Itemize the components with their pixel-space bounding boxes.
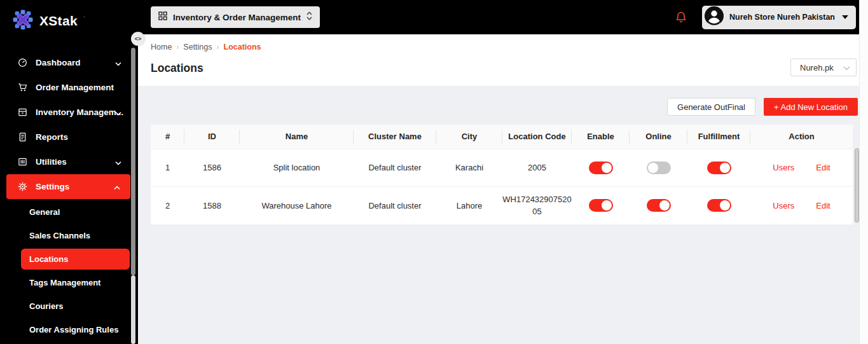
sidebar-item-dashboard[interactable]: Dashboard [0, 50, 138, 75]
sidebar-item-label: Inventory Managem... [36, 107, 123, 117]
gear-icon [17, 182, 27, 191]
edit-link[interactable]: Edit [816, 201, 830, 210]
submenu-item-couriers[interactable]: Couriers [0, 294, 138, 318]
page-scrollbar[interactable] [859, 0, 868, 344]
submenu-item-label: Order Assigning Rules [29, 325, 118, 334]
table-row: 2 1588 Warehouse Lahore Default cluster … [151, 186, 853, 224]
app-switcher-label: Inventory & Order Management [173, 13, 301, 22]
report-icon [17, 132, 27, 142]
app-switcher-button[interactable]: Inventory & Order Management [151, 6, 320, 28]
utilities-icon [17, 157, 27, 167]
enable-toggle[interactable] [589, 162, 613, 174]
table-row: 1 1586 Split location Default cluster Ka… [151, 149, 853, 186]
user-name: Nureh Store Nureh Pakistan [729, 13, 835, 22]
sidebar-item-inventory-management[interactable]: Inventory Managem... [0, 100, 138, 125]
generate-outfinal-button[interactable]: Generate OutFinal [667, 98, 755, 116]
breadcrumb-separator: › [217, 43, 219, 52]
online-toggle[interactable] [647, 199, 671, 212]
avatar [705, 6, 724, 28]
col-header-fulfillment: Fulfillment [687, 125, 750, 149]
cell-fulfillment [687, 149, 750, 186]
topbar: Inventory & Order Management Nureh Store… [138, 0, 859, 34]
toggle-knob [659, 200, 670, 210]
cell-location-code: 2005 [502, 149, 572, 186]
toggle-knob [602, 200, 612, 210]
toggle-knob [720, 163, 730, 173]
submenu-item-general[interactable]: General [0, 200, 138, 224]
sidebar-item-label: Reports [36, 132, 68, 142]
submenu-item-label: Locations [29, 254, 68, 264]
location-code-text: 2005 [528, 162, 546, 174]
col-header-online: Online [630, 125, 687, 149]
chevron-down-icon [115, 157, 121, 167]
sidebar-scrollbar-thumb[interactable] [131, 48, 135, 275]
logo-trademark: · [83, 13, 85, 20]
sidebar-nav: Dashboard Order Management Inventory Man… [0, 50, 138, 199]
submenu-item-sales-channels[interactable]: Sales Channels [0, 224, 138, 247]
cell-num: 2 [151, 186, 184, 224]
cell-action: UsersEdit [750, 186, 853, 224]
breadcrumb-locations: Locations [224, 43, 261, 52]
sidebar-item-label: Settings [36, 182, 69, 191]
cell-enable [572, 149, 630, 186]
fulfillment-toggle[interactable] [707, 162, 731, 174]
speedometer-icon [17, 58, 27, 67]
online-toggle[interactable] [647, 162, 671, 174]
sidebar-item-reports[interactable]: Reports [0, 125, 138, 149]
user-menu-button[interactable]: Nureh Store Nureh Pakistan [702, 6, 856, 29]
cell-name: Split location [240, 149, 354, 186]
cell-enable [572, 186, 630, 224]
store-select-value: Nureh.pk [800, 63, 834, 72]
sidebar-scrollbar-track[interactable] [131, 275, 135, 344]
cell-online [630, 186, 687, 224]
users-link[interactable]: Users [773, 201, 794, 210]
sidebar-item-order-management[interactable]: Order Management [0, 75, 138, 100]
toggle-knob [720, 200, 730, 210]
chevron-up-icon [114, 182, 120, 191]
toggle-knob [648, 163, 658, 173]
sidebar-item-settings[interactable]: Settings [6, 174, 130, 199]
sidebar-collapse-button[interactable]: <> [131, 32, 145, 46]
table-scrollbar-thumb[interactable] [855, 148, 859, 223]
cell-action: UsersEdit [750, 149, 853, 186]
cell-location-code: WH17243290752005 [502, 186, 572, 224]
col-header-num: # [151, 125, 184, 149]
cell-id: 1588 [184, 186, 240, 224]
chevron-down-icon [115, 107, 121, 117]
locations-table-container: # ID Name Cluster Name City Location Cod… [151, 125, 853, 225]
page-header: Home › Settings › Locations Locations Nu… [138, 34, 859, 86]
breadcrumb: Home › Settings › Locations [151, 43, 261, 52]
edit-link[interactable]: Edit [816, 163, 830, 172]
store-select[interactable]: Nureh.pk [790, 58, 857, 76]
submenu-item-order-assigning-rules[interactable]: Order Assigning Rules [0, 318, 138, 341]
page-title: Locations [151, 62, 203, 75]
fulfillment-toggle[interactable] [707, 199, 731, 212]
notification-bell-icon[interactable] [675, 11, 687, 24]
users-link[interactable]: Users [773, 163, 794, 172]
add-new-location-button[interactable]: + Add New Location [764, 98, 858, 116]
unfold-arrows-icon [307, 11, 312, 23]
sidebar-item-label: Utilities [36, 157, 67, 167]
sidebar-item-label: Dashboard [36, 58, 81, 67]
sidebar: XStak · Dashboard Order Management [0, 0, 138, 344]
submenu-item-label: Couriers [29, 301, 63, 311]
toggle-knob [602, 163, 612, 173]
logo: XStak · [0, 0, 138, 34]
table-actions-row: Generate OutFinal + Add New Location [138, 98, 858, 116]
cell-name: Warehouse Lahore [240, 186, 354, 224]
submenu-item-label: Tags Management [29, 278, 100, 287]
enable-toggle[interactable] [589, 199, 613, 212]
col-header-cluster: Cluster Name [354, 125, 436, 149]
submenu-item-locations[interactable]: Locations [21, 249, 130, 270]
sidebar-item-utilities[interactable]: Utilities [0, 149, 138, 174]
cell-fulfillment [687, 186, 750, 224]
submenu-item-tags-management[interactable]: Tags Management [0, 271, 138, 294]
cell-city: Karachi [436, 149, 502, 186]
cell-num: 1 [151, 149, 184, 186]
col-header-city: City [436, 125, 502, 149]
app-grid-icon [158, 11, 167, 23]
breadcrumb-settings[interactable]: Settings [183, 43, 212, 52]
breadcrumb-home[interactable]: Home [151, 43, 172, 52]
locations-table: # ID Name Cluster Name City Location Cod… [151, 125, 853, 225]
cell-id: 1586 [184, 149, 240, 186]
